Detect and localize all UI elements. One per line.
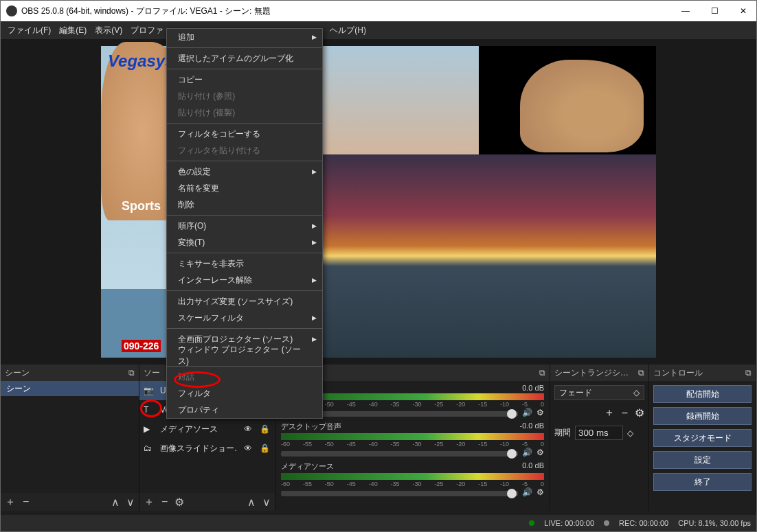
mixer-popout-icon[interactable]: ⧉ xyxy=(539,368,545,378)
mixer-mute-button[interactable]: 🔊 xyxy=(522,487,532,497)
sports-text: Sports xyxy=(122,199,161,213)
mixer-volume-slider[interactable] xyxy=(281,491,518,496)
source-up-button[interactable]: ∧ xyxy=(247,496,256,509)
scene-transitions-panel: シーントランジシ…⧉ フェード◇ ＋ − ⚙ 期間 ◇ xyxy=(550,365,649,511)
trans-popout-icon[interactable]: ⧉ xyxy=(638,368,644,378)
visibility-toggle[interactable]: 👁 xyxy=(242,424,254,434)
mixer-channel-name: デスクトップ音声 xyxy=(281,421,341,432)
source-label: メディアソース xyxy=(160,424,238,435)
context-menu-item[interactable]: ウィンドウ プロジェクター (ソース) xyxy=(167,347,322,364)
visibility-toggle[interactable]: 👁 xyxy=(242,443,254,453)
scene-add-button[interactable]: ＋ xyxy=(5,495,16,509)
transition-select[interactable]: フェード◇ xyxy=(554,385,644,400)
preview-area: Vegasyst Sports 090-226 xyxy=(1,39,756,365)
status-dot-icon xyxy=(529,520,534,526)
control-button[interactable]: 配信開始 xyxy=(653,385,752,403)
mixer-meter xyxy=(281,433,544,440)
source-item[interactable]: ▶メディアソース👁🔒 xyxy=(139,419,275,439)
lock-toggle[interactable]: 🔒 xyxy=(258,443,271,453)
spinner-icon[interactable]: ◇ xyxy=(627,428,633,438)
context-menu-item: 貼り付け (参照) xyxy=(167,88,322,104)
app-icon xyxy=(6,5,17,16)
scene-item[interactable]: シーン xyxy=(1,381,139,396)
transition-duration-label: 期間 xyxy=(554,427,571,439)
status-live: LIVE: 00:00:00 xyxy=(544,519,594,527)
menu-profile[interactable]: プロファ xyxy=(131,25,163,36)
context-menu-item[interactable]: 順序(O) xyxy=(167,218,322,234)
mixer-db: 0.0 dB xyxy=(522,384,544,392)
menu-edit[interactable]: 編集(E) xyxy=(59,25,87,36)
mixer-meter xyxy=(281,473,544,480)
scenes-panel: シーン⧉ シーン ＋ − ∧ ∨ xyxy=(1,365,139,511)
menu-file[interactable]: ファイル(F) xyxy=(8,25,51,36)
source-add-button[interactable]: ＋ xyxy=(144,495,155,509)
close-button[interactable]: ✕ xyxy=(738,6,748,16)
status-cpu: CPU: 8.1%, 30.00 fps xyxy=(678,519,751,527)
lock-toggle[interactable]: 🔒 xyxy=(258,424,271,434)
context-menu: 追加選択したアイテムのグループ化コピー貼り付け (参照)貼り付け (複製)フィル… xyxy=(166,28,323,419)
context-menu-item[interactable]: 名前を変更 xyxy=(167,180,322,196)
status-bar: LIVE: 00:00:00 REC: 00:00:00 CPU: 8.1%, … xyxy=(1,515,756,531)
scene-down-button[interactable]: ∨ xyxy=(126,496,135,509)
menu-bar: ファイル(F) 編集(E) 表示(V) プロファ ヘルプ(H) xyxy=(1,21,756,39)
context-menu-item[interactable]: コピー xyxy=(167,71,322,88)
preview-source-4: 090-226 xyxy=(101,289,170,358)
trans-settings-button[interactable]: ⚙ xyxy=(635,406,644,419)
scene-remove-button[interactable]: − xyxy=(23,496,29,508)
control-button[interactable]: 録画開始 xyxy=(653,407,752,425)
scene-up-button[interactable]: ∧ xyxy=(111,496,120,509)
source-item[interactable]: 🗂画像スライドショー…👁🔒 xyxy=(139,439,275,458)
mixer-settings-button[interactable]: ⚙ xyxy=(536,448,544,457)
context-menu-item[interactable]: スケールフィルタ xyxy=(167,310,322,326)
menu-help[interactable]: ヘルプ(H) xyxy=(330,25,366,36)
status-rec-dot-icon xyxy=(604,520,609,526)
play-icon: ▶ xyxy=(144,424,156,434)
context-menu-item[interactable]: ミキサーを非表示 xyxy=(167,255,322,272)
trans-remove-button[interactable]: − xyxy=(622,407,628,419)
context-menu-item: 貼り付け (複製) xyxy=(167,104,322,121)
minimize-button[interactable]: — xyxy=(681,6,690,16)
source-settings-button[interactable]: ⚙ xyxy=(174,496,184,509)
preview-source-3 xyxy=(307,154,656,358)
maximize-button[interactable]: ☐ xyxy=(710,6,719,16)
context-menu-item[interactable]: フィルタをコピーする xyxy=(167,126,322,142)
context-menu-item[interactable]: 出力サイズ変更 (ソースサイズ) xyxy=(167,293,322,310)
control-button[interactable]: 終了 xyxy=(653,473,752,491)
context-menu-item[interactable]: 変換(T) xyxy=(167,234,322,251)
mixer-db: -0.0 dB xyxy=(520,421,544,432)
control-button[interactable]: 設定 xyxy=(653,451,752,469)
camera-icon: 📷 xyxy=(144,386,156,395)
control-button[interactable]: スタジオモード xyxy=(653,429,752,447)
mixer-db: 0.0 dB xyxy=(522,461,544,472)
trans-add-button[interactable]: ＋ xyxy=(604,406,615,420)
context-menu-item[interactable]: フィルタ xyxy=(167,385,322,402)
mixer-mute-button[interactable]: 🔊 xyxy=(522,408,532,417)
mixer-channel: メディアソース0.0 dB-60-55-50-45-40-35-30-25-20… xyxy=(281,461,544,497)
source-down-button[interactable]: ∨ xyxy=(262,496,271,509)
slides-icon: 🗂 xyxy=(144,443,156,453)
window-title: OBS 25.0.8 (64-bit, windows) - プロファイル: V… xyxy=(21,5,271,17)
transition-duration-input[interactable] xyxy=(575,426,623,440)
context-menu-item[interactable]: 追加 xyxy=(167,29,322,45)
context-menu-item[interactable]: インターレース解除 xyxy=(167,272,322,288)
source-remove-button[interactable]: − xyxy=(161,496,168,508)
mixer-volume-slider[interactable] xyxy=(281,451,518,456)
ctrl-popout-icon[interactable]: ⧉ xyxy=(745,368,752,378)
scenes-popout-icon[interactable]: ⧉ xyxy=(128,368,135,378)
annotation-circle-camera xyxy=(140,400,162,417)
controls-panel: コントロール⧉ 配信開始録画開始スタジオモード設定終了 xyxy=(649,365,756,511)
chevron-updown-icon: ◇ xyxy=(633,388,640,397)
context-menu-item[interactable]: 削除 xyxy=(167,196,322,213)
sources-header: ソー xyxy=(144,367,160,379)
context-menu-item[interactable]: 色の設定 xyxy=(167,163,322,180)
status-rec: REC: 00:00:00 xyxy=(619,519,668,527)
context-menu-item[interactable]: プロパティ xyxy=(167,402,322,418)
title-bar: OBS 25.0.8 (64-bit, windows) - プロファイル: V… xyxy=(1,1,756,21)
mixer-mute-button[interactable]: 🔊 xyxy=(522,448,532,457)
menu-view[interactable]: 表示(V) xyxy=(95,25,122,36)
mixer-channel-name: メディアソース xyxy=(281,461,334,472)
mixer-settings-button[interactable]: ⚙ xyxy=(536,408,544,417)
mixer-settings-button[interactable]: ⚙ xyxy=(536,487,544,497)
context-menu-item[interactable]: 選択したアイテムのグループ化 xyxy=(167,50,322,67)
annotation-circle-filter xyxy=(174,371,221,388)
